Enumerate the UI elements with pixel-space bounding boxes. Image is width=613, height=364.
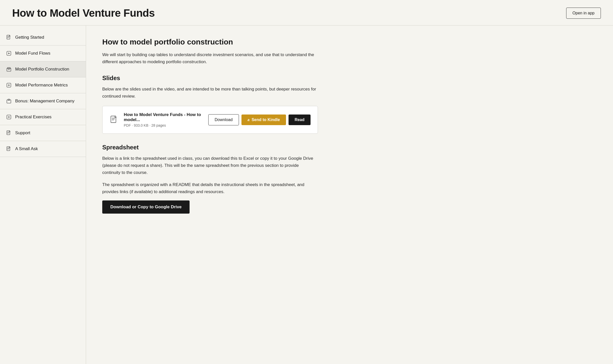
download-or-copy-google-drive-button[interactable]: Download or Copy to Google Drive — [102, 200, 190, 214]
svg-rect-22 — [7, 148, 9, 148]
kindle-label: Send to Kindle — [252, 118, 280, 122]
sidebar-item-label-practical-exercises: Practical Exercises — [15, 115, 52, 120]
doc-icon — [6, 146, 12, 152]
box2-icon — [6, 98, 12, 104]
spreadsheet-title: Spreadsheet — [102, 144, 318, 151]
sidebar-item-label-a-small-ask: A Small Ask — [15, 146, 38, 151]
main-layout: Getting StartedModel Fund FlowsModel Por… — [0, 26, 613, 364]
spreadsheet-description-2: The spreadsheet is organized with a READ… — [102, 181, 318, 195]
main-content: How to model portfolio construction We w… — [86, 26, 334, 364]
content-description: We will start by building cap tables to … — [102, 51, 318, 65]
send-to-kindle-button[interactable]: a Send to Kindle — [241, 115, 286, 125]
sidebar-item-label-model-portfolio-construction: Model Portfolio Construction — [15, 67, 69, 72]
file-actions: Download a Send to Kindle Read — [208, 114, 311, 125]
svg-rect-28 — [112, 120, 114, 120]
svg-rect-25 — [111, 116, 116, 123]
svg-rect-3 — [7, 38, 9, 38]
doc-icon — [6, 130, 12, 136]
plus-icon — [6, 114, 12, 120]
open-in-app-button[interactable]: Open in app — [566, 8, 601, 19]
svg-rect-23 — [7, 148, 9, 149]
sidebar-item-a-small-ask[interactable]: A Small Ask — [0, 141, 86, 157]
box-icon — [6, 66, 12, 72]
file-info: How to Model Venture Funds - How to mode… — [124, 112, 203, 127]
file-meta: PDF · 933.0 KB · 28 pages — [124, 123, 203, 127]
play-icon — [6, 51, 12, 56]
svg-rect-26 — [112, 118, 115, 118]
content-title: How to model portfolio construction — [102, 38, 318, 46]
svg-rect-27 — [112, 119, 115, 119]
sidebar-item-label-bonus-management-company: Bonus: Management Company — [15, 99, 74, 104]
svg-rect-24 — [7, 149, 9, 149]
sidebar-item-label-getting-started: Getting Started — [15, 35, 44, 40]
svg-rect-18 — [7, 132, 9, 132]
file-card: How to Model Venture Funds - How to mode… — [102, 106, 318, 134]
sidebar-item-getting-started[interactable]: Getting Started — [0, 30, 86, 46]
header: How to Model Venture Funds Open in app — [0, 0, 613, 26]
sidebar-item-label-model-performance-metrics: Model Performance Metrics — [15, 83, 68, 88]
sidebar-item-label-model-fund-flows: Model Fund Flows — [15, 51, 50, 56]
download-button[interactable]: Download — [208, 114, 239, 125]
slides-title: Slides — [102, 75, 318, 82]
plus-icon — [6, 82, 12, 88]
svg-rect-20 — [7, 133, 9, 133]
spreadsheet-description-1: Below is a link to the spreadsheet used … — [102, 155, 318, 176]
sidebar-item-model-performance-metrics[interactable]: Model Performance Metrics — [0, 77, 86, 93]
sidebar-item-bonus-management-company[interactable]: Bonus: Management Company — [0, 93, 86, 109]
file-doc-icon — [110, 115, 119, 124]
sidebar-item-model-fund-flows[interactable]: Model Fund Flows — [0, 46, 86, 61]
sidebar: Getting StartedModel Fund FlowsModel Por… — [0, 26, 86, 364]
svg-rect-2 — [7, 37, 9, 37]
sidebar-item-label-support: Support — [15, 130, 30, 135]
read-button[interactable]: Read — [289, 115, 311, 125]
slides-description: Below are the slides used in the video, … — [102, 86, 318, 100]
svg-rect-1 — [7, 36, 9, 36]
doc-icon — [6, 35, 12, 40]
sidebar-item-practical-exercises[interactable]: Practical Exercises — [0, 109, 86, 125]
svg-marker-5 — [8, 53, 10, 54]
svg-rect-19 — [7, 132, 9, 133]
file-name: How to Model Venture Funds - How to mode… — [124, 112, 203, 122]
page-title: How to Model Venture Funds — [12, 7, 155, 19]
sidebar-item-model-portfolio-construction[interactable]: Model Portfolio Construction — [0, 61, 86, 77]
amazon-icon: a — [248, 118, 250, 122]
sidebar-item-support[interactable]: Support — [0, 125, 86, 141]
